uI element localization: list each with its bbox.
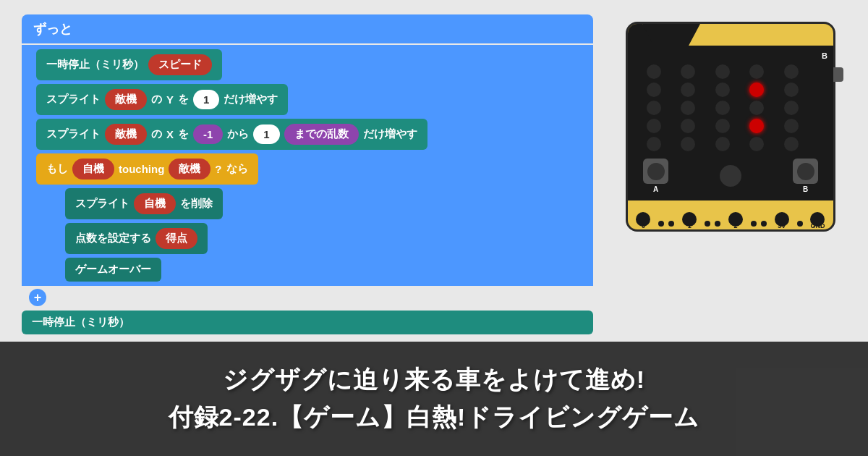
block-inner: 一時停止（ミリ秒） スピード スプライト 敵機 の Y を 1	[22, 45, 593, 286]
gameover-block: ゲームオーバー	[65, 258, 161, 282]
led-3-0	[647, 119, 661, 133]
no-label-1: の	[151, 93, 162, 106]
sprite-label-3: スプライト	[75, 197, 129, 211]
delete-label: を削除	[180, 197, 213, 211]
sprite-label-1: スプライト	[46, 93, 101, 106]
led-2-3	[749, 101, 764, 115]
led-4-2	[715, 137, 730, 151]
led-2-2	[715, 101, 730, 115]
led-3-2	[715, 119, 730, 133]
led-1-4	[784, 83, 799, 97]
led-1-3	[749, 83, 764, 97]
button-b[interactable]	[793, 159, 818, 184]
pin-2-label: 2	[733, 222, 737, 229]
led-0-2	[715, 64, 730, 79]
delete-row: スプライト 自機 を削除	[51, 188, 586, 219]
led-0-3	[749, 64, 764, 79]
pin-3v-label: 3V	[778, 222, 786, 229]
y-label: Y	[166, 93, 174, 106]
led-1-1	[681, 83, 695, 97]
button-a-label: A	[653, 185, 658, 193]
enemy-oval-3: 敵機	[169, 159, 210, 180]
banner-line1: ジグザグに迫り来る車をよけて進め!	[223, 363, 645, 397]
one-oval-1: 1	[193, 90, 219, 109]
nara-label: なら	[226, 162, 248, 176]
pause-row: 一時停止（ミリ秒） スピード	[36, 49, 586, 80]
second-pause-label: 一時停止（ミリ秒）	[32, 316, 129, 329]
pin-0: 0	[633, 205, 653, 228]
score-row: 点数を設定する 得点	[51, 223, 586, 254]
delete-block: スプライト 自機 を削除	[65, 188, 223, 219]
from-label: から	[227, 127, 249, 141]
led-0-0	[647, 64, 661, 79]
set-score-label: 点数を設定する	[75, 232, 151, 245]
question-label: ?	[215, 163, 221, 175]
microbit-device: B	[626, 22, 835, 232]
led-2-1	[681, 101, 695, 115]
gameover-label: ゲームオーバー	[75, 263, 151, 276]
sprite-x-row: スプライト 敵機 の X を -1 から 1 までの乱数 だけ増やす	[36, 119, 586, 150]
sprite-y-row: スプライト 敵機 の Y を 1 だけ増やす	[36, 84, 586, 115]
sprite-label-2: スプライト	[46, 127, 101, 141]
button-a[interactable]	[643, 159, 668, 184]
wo-label-2: を	[178, 127, 189, 141]
led-0-4	[784, 64, 799, 79]
small-pin-2	[667, 211, 676, 228]
no-label-2: の	[151, 127, 162, 141]
random-oval: までの乱数	[284, 124, 359, 145]
pause-block: 一時停止（ミリ秒） スピード	[36, 49, 222, 80]
pin-1-label: 1	[688, 222, 692, 229]
code-area: ずっと 一時停止（ミリ秒） スピード スプライト 敵機	[22, 14, 593, 334]
led-3-3	[749, 119, 764, 133]
if-block: もし 自機 touching 敵機 ? なら	[36, 153, 258, 185]
led-grid	[647, 64, 814, 151]
enemy-oval-1: 敵機	[105, 89, 147, 110]
player-oval: 自機	[72, 159, 114, 180]
led-1-2	[715, 83, 730, 97]
small-pin-5	[749, 211, 758, 228]
score-oval: 得点	[156, 228, 197, 249]
enemy-oval-2: 敵機	[105, 124, 147, 145]
bottom-banner: ジグザグに迫り来る車をよけて進め! 付録2-22.【ゲーム】白熱!ドライビングゲ…	[0, 342, 868, 456]
plus-icon: +	[29, 289, 46, 306]
touching-label: touching	[119, 163, 164, 175]
minus-one-oval: -1	[193, 124, 223, 144]
second-pause-block: 一時停止（ミリ秒）	[22, 311, 593, 334]
led-2-4	[784, 101, 799, 115]
player-oval-2: 自機	[134, 193, 176, 214]
center-indicator	[720, 165, 741, 187]
small-pin-1	[657, 211, 665, 228]
gameover-row: ゲームオーバー	[51, 258, 586, 282]
led-4-1	[681, 137, 695, 151]
pin-2: 2	[726, 205, 746, 228]
microbit-area: B	[615, 14, 846, 334]
buttons-row: A B	[639, 159, 822, 193]
usb-port	[833, 67, 843, 82]
led-4-3	[749, 137, 764, 151]
pin-3v: 3V	[772, 205, 792, 228]
led-4-4	[784, 137, 799, 151]
forever-block-outer: ずっと 一時停止（ミリ秒） スピード スプライト 敵機	[22, 14, 593, 286]
add-block-btn[interactable]: +	[29, 289, 593, 306]
increase-label-2: だけ増やす	[363, 127, 417, 141]
speed-oval: スピード	[148, 54, 212, 75]
pin-1: 1	[679, 205, 699, 228]
main-container: ずっと 一時停止（ミリ秒） スピード スプライト 敵機	[0, 0, 868, 456]
if-row: もし 自機 touching 敵機 ? なら	[36, 153, 586, 185]
top-strip	[628, 24, 833, 46]
pin-gnd: GND	[807, 205, 827, 228]
led-3-4	[784, 119, 799, 133]
led-2-0	[647, 101, 661, 115]
led-0-1	[681, 64, 695, 79]
small-pin-3	[703, 211, 712, 228]
sprite-y-block: スプライト 敵機 の Y を 1 だけ増やす	[36, 84, 288, 115]
led-1-0	[647, 83, 661, 97]
button-b-label-text: B	[803, 185, 808, 193]
forever-label: ずっと	[22, 14, 593, 43]
top-notch	[642, 24, 700, 46]
increase-label-1: だけ増やす	[224, 93, 278, 106]
main-area: ずっと 一時停止（ミリ秒） スピード スプライト 敵機	[0, 0, 868, 342]
led-3-1	[681, 119, 695, 133]
bottom-strip: 0 1 2	[628, 200, 833, 229]
banner-line2: 付録2-22.【ゲーム】白熱!ドライビングゲーム	[169, 401, 700, 434]
